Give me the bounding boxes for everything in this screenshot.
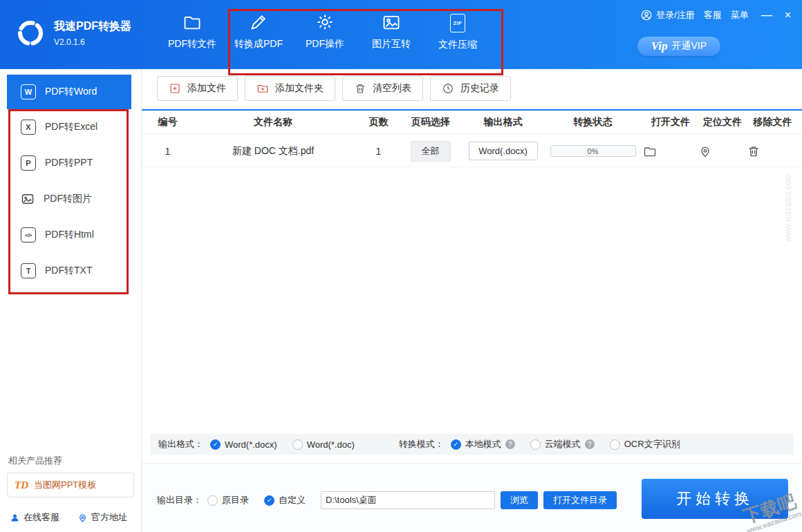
browse-button[interactable]: 浏览 <box>501 491 538 509</box>
help-icon[interactable]: ? <box>505 439 515 449</box>
row-pages: 1 <box>360 146 398 157</box>
code-icon: </> <box>21 227 36 243</box>
output-dir-row: 输出目录： 原目录 自定义 浏览 打开文件目录 <box>157 491 617 509</box>
zip-file-icon: ZIP <box>450 14 465 32</box>
sidebar-list: W PDF转Word X PDF转Excel P PDF转PPT PDF转图片 … <box>0 69 141 289</box>
dangtu-logo-icon: TD <box>15 479 28 491</box>
sidebar-bottom: 相关产品推荐 TD 当图网PPT模板 在线客服 官方地址 <box>0 455 141 532</box>
sidebar-item-pdf-to-word[interactable]: W PDF转Word <box>7 75 131 109</box>
add-folder-button[interactable]: 添加文件夹 <box>245 76 335 101</box>
nav-tab-pdf-to-file[interactable]: PDF转文件 <box>166 12 218 51</box>
mode-option-ocr[interactable]: OCR文字识别 <box>610 438 680 450</box>
radio-local-mode[interactable] <box>451 439 461 450</box>
row-index: 1 <box>149 146 187 157</box>
close-button[interactable]: × <box>785 9 791 21</box>
output-dir-label: 输出目录： <box>157 494 202 506</box>
help-icon[interactable]: ? <box>585 439 595 449</box>
col-header-status: 转换状态 <box>543 116 643 129</box>
nav-tab-image-convert[interactable]: 图片互转 <box>365 12 418 51</box>
conversion-options-bar: 输出格式： Word(*.docx) Word(*.doc) 转换模式： 本地模… <box>150 434 794 455</box>
app-brand: 我速PDF转换器 V2.0.1.6 <box>15 18 131 48</box>
sidebar-item-pdf-to-excel[interactable]: X PDF转Excel <box>0 109 141 145</box>
support-link[interactable]: 客服 <box>704 9 722 21</box>
ppt-doc-icon: P <box>21 155 36 171</box>
nav-tab-file-compress[interactable]: ZIP 文件压缩 <box>431 12 484 51</box>
format-option-docx[interactable]: Word(*.docx) <box>210 439 277 450</box>
radio-custom-dir[interactable] <box>264 495 274 506</box>
vip-icon: Vip <box>651 39 668 53</box>
add-file-button[interactable]: 添加文件 <box>157 76 238 101</box>
location-pin-icon <box>77 513 88 523</box>
table-row: 1 新建 DOC 文档.pdf 1 全部 Word(.docx) 0% <box>142 135 802 167</box>
remove-file-icon[interactable] <box>747 144 799 158</box>
excel-doc-icon: X <box>21 120 36 135</box>
sidebar-item-label: PDF转TXT <box>45 265 92 277</box>
nav-tab-label: 转换成PDF <box>234 38 283 50</box>
convert-mode-label: 转换模式： <box>399 438 444 450</box>
sidebar: W PDF转Word X PDF转Excel P PDF转PPT PDF转图片 … <box>0 69 142 532</box>
sidebar-item-label: PDF转Word <box>45 86 97 98</box>
nav-tab-pdf-operations[interactable]: PDF操作 <box>299 12 351 51</box>
sidebar-item-label: PDF转Html <box>45 229 94 241</box>
open-file-icon[interactable] <box>643 144 698 158</box>
col-header-openfile: 打开文件 <box>643 116 698 129</box>
sidebar-item-pdf-to-image[interactable]: PDF转图片 <box>0 181 141 217</box>
output-format-label: 输出格式： <box>158 438 203 450</box>
output-format-select[interactable]: Word(.docx) <box>469 142 538 160</box>
online-support-link[interactable]: 在线客服 <box>10 511 59 524</box>
folder-icon <box>183 12 202 32</box>
app-version: V2.0.1.6 <box>54 37 131 47</box>
minimize-button[interactable]: — <box>761 9 772 21</box>
pen-icon <box>249 12 268 32</box>
mode-option-cloud[interactable]: 云端模式 ? <box>530 438 595 450</box>
vip-button[interactable]: Vip 开通VIP <box>637 37 720 56</box>
format-option-doc[interactable]: Word(*.doc) <box>292 439 355 450</box>
radio-ocr[interactable] <box>610 439 620 450</box>
mode-option-local[interactable]: 本地模式 ? <box>451 438 515 450</box>
app-header: 我速PDF转换器 V2.0.1.6 PDF转文件 转换成PDF <box>0 0 802 69</box>
col-header-no: 编号 <box>149 116 187 129</box>
image-icon <box>21 192 35 206</box>
history-button[interactable]: 历史记录 <box>430 76 511 101</box>
progress-bar: 0% <box>550 145 636 157</box>
trash-icon <box>354 82 366 95</box>
sidebar-item-label: PDF转图片 <box>44 193 92 205</box>
sidebar-footer: 在线客服 官方地址 <box>10 511 134 524</box>
nav-tab-label: 图片互转 <box>372 38 411 50</box>
start-convert-button[interactable]: 开始转换 <box>642 479 788 519</box>
col-header-filename: 文件名称 <box>187 116 360 129</box>
output-path-input[interactable] <box>321 491 495 509</box>
sidebar-item-label: PDF转Excel <box>45 121 97 133</box>
main-panel: 添加文件 添加文件夹 清空列表 <box>142 69 802 532</box>
sidebar-item-pdf-to-txt[interactable]: T PDF转TXT <box>0 253 141 289</box>
progress-value: 0% <box>588 147 599 155</box>
clock-icon <box>442 82 454 95</box>
promo-label: 当图网PPT模板 <box>34 479 96 491</box>
nav-tab-label: PDF操作 <box>306 38 344 50</box>
person-icon <box>10 513 20 523</box>
official-site-link[interactable]: 官方地址 <box>77 511 127 524</box>
login-link[interactable]: 登录/注册 <box>640 9 695 21</box>
nav-tab-convert-to-pdf[interactable]: 转换成PDF <box>232 12 285 51</box>
sidebar-item-pdf-to-html[interactable]: </> PDF转Html <box>0 217 141 253</box>
sidebar-item-pdf-to-ppt[interactable]: P PDF转PPT <box>0 145 141 181</box>
header-right: 登录/注册 客服 菜单 — × <box>640 9 791 21</box>
radio-cloud-mode[interactable] <box>530 439 541 450</box>
promo-link-ppt-templates[interactable]: TD 当图网PPT模板 <box>7 473 134 497</box>
toolbar: 添加文件 添加文件夹 清空列表 <box>157 76 511 101</box>
txt-doc-icon: T <box>21 263 36 278</box>
col-header-locate: 定位文件 <box>698 116 747 129</box>
user-icon <box>640 9 653 21</box>
dir-option-custom[interactable]: 自定义 <box>264 494 306 506</box>
add-file-icon <box>169 82 181 95</box>
radio-docx[interactable] <box>210 439 221 450</box>
open-output-dir-button[interactable]: 打开文件目录 <box>543 491 617 509</box>
radio-original-dir[interactable] <box>207 495 218 506</box>
radio-doc[interactable] <box>292 439 303 450</box>
dir-option-original[interactable]: 原目录 <box>207 494 249 506</box>
clear-list-button[interactable]: 清空列表 <box>342 76 423 101</box>
page-select-button[interactable]: 全部 <box>411 141 451 162</box>
col-header-format: 输出格式 <box>463 116 543 129</box>
menu-link[interactable]: 菜单 <box>731 9 749 21</box>
locate-file-icon[interactable] <box>698 144 747 158</box>
